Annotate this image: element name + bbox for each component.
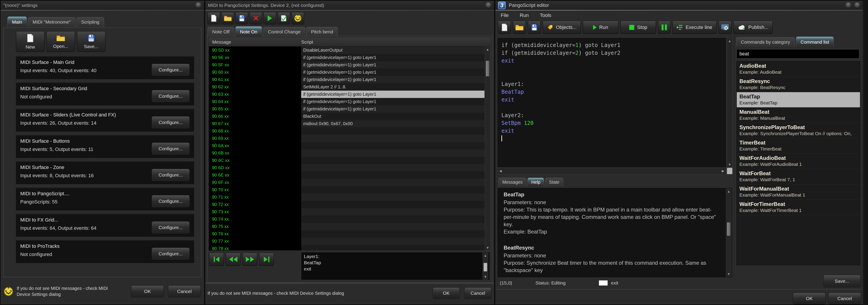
execute-line-button[interactable]: Execute line bbox=[673, 21, 716, 34]
table-row[interactable]: 90 75 xx bbox=[209, 223, 485, 230]
test-script-button[interactable] bbox=[278, 12, 290, 24]
publish-settings-button[interactable] bbox=[718, 21, 732, 34]
table-row[interactable]: 90 6E xx bbox=[209, 171, 485, 179]
left-window-control-button[interactable] bbox=[195, 2, 201, 8]
table-row[interactable]: 90 72 xx bbox=[209, 201, 485, 208]
tab-scripting[interactable]: Scripting bbox=[76, 17, 104, 27]
right-cancel-button[interactable]: Cancel bbox=[828, 293, 861, 304]
command-list-item[interactable]: WaitForAudioBeatExample: WaitForAudioBea… bbox=[737, 154, 860, 169]
right-window-help-button[interactable] bbox=[845, 2, 851, 8]
preview-scrollbar[interactable]: ▲ ▼ bbox=[483, 253, 488, 279]
objects-button[interactable]: Objects... bbox=[543, 21, 581, 34]
middle-window-control-button[interactable] bbox=[485, 2, 491, 8]
tab-control-change[interactable]: Control Change bbox=[263, 27, 305, 37]
configure-button[interactable]: Configure... bbox=[152, 64, 190, 76]
new-script-button[interactable] bbox=[208, 12, 220, 24]
editor-horizontal-scrollbar[interactable]: ◀ ▶ bbox=[498, 168, 726, 174]
table-row[interactable]: 90 66 xxBlackOut bbox=[209, 113, 485, 120]
scroll-up-icon[interactable]: ▲ bbox=[728, 39, 732, 43]
command-list-item[interactable]: WaitForManualBeatExample: WaitForManualB… bbox=[737, 184, 860, 200]
configure-button[interactable]: Configure... bbox=[152, 116, 190, 129]
save-button[interactable]: Save... bbox=[77, 31, 105, 52]
scroll-up-icon[interactable]: ▲ bbox=[486, 48, 489, 51]
table-row[interactable]: 90 60 xxif (getmididevicelayer=1) goto L… bbox=[209, 68, 485, 76]
delete-button[interactable]: ✕ bbox=[250, 12, 262, 24]
column-header-script[interactable]: Script bbox=[301, 39, 313, 45]
table-row[interactable]: 90 67 xxmidiout 0x90, 0x67, 0x00 bbox=[209, 120, 485, 127]
tab-note-off[interactable]: Note Off bbox=[208, 27, 234, 37]
help-scrollbar[interactable]: ▲ ▼ bbox=[726, 189, 732, 277]
table-scrollbar[interactable]: ▲ ▼ bbox=[485, 47, 491, 250]
scrollbar-thumb[interactable] bbox=[727, 222, 731, 236]
command-list-item[interactable]: WaitForTimerBeatExample: WaitForTimerBea… bbox=[737, 200, 860, 215]
tab-commands-by-category[interactable]: Commands by category bbox=[736, 37, 795, 47]
command-list-item[interactable]: BeatResyncExample: BeatResync bbox=[737, 77, 860, 92]
configure-button[interactable]: Configure... bbox=[152, 169, 190, 181]
scroll-right-icon[interactable]: ▶ bbox=[722, 169, 724, 173]
scroll-up-icon[interactable]: ▲ bbox=[484, 254, 487, 257]
table-row[interactable]: 90 6F xx bbox=[209, 179, 485, 186]
table-row[interactable]: 90 64 xxif (getmididevicelayer=1) goto L… bbox=[209, 98, 485, 105]
right-ok-button[interactable]: OK bbox=[793, 293, 826, 304]
scroll-left-icon[interactable]: ◀ bbox=[499, 169, 502, 173]
tab-command-list[interactable]: Command list bbox=[796, 36, 834, 47]
scrollbar-thumb[interactable] bbox=[486, 60, 490, 77]
pause-button[interactable] bbox=[658, 21, 671, 34]
first-record-button[interactable] bbox=[209, 253, 224, 266]
tab-pitch-bend[interactable]: Pitch bend bbox=[306, 27, 338, 37]
tab-help[interactable]: Help bbox=[527, 178, 544, 187]
save-button[interactable] bbox=[236, 12, 248, 24]
command-list-item[interactable]: TimerBeatExample: TimerBeat bbox=[737, 138, 860, 154]
table-row[interactable]: 90 6A xx bbox=[209, 142, 485, 149]
table-row[interactable]: 90 76 xx bbox=[209, 230, 485, 238]
table-row[interactable]: 90 5D xxDisableLaserOutput bbox=[209, 47, 485, 54]
configure-button[interactable]: Configure... bbox=[152, 142, 190, 155]
open-button[interactable] bbox=[222, 12, 234, 24]
right-window-close-button[interactable] bbox=[854, 2, 860, 8]
table-row[interactable]: 90 62 xxSetMidiLayer 2 // 1..8. bbox=[209, 83, 485, 91]
command-list-item[interactable]: SynchronizePlayerToBeatExample: Synchron… bbox=[737, 123, 860, 138]
table-row[interactable]: 90 6D xx bbox=[209, 164, 485, 171]
command-list-item[interactable]: BeatTapExample: BeatTap bbox=[737, 92, 860, 108]
scroll-down-icon[interactable]: ▼ bbox=[486, 246, 489, 250]
run-script-button[interactable] bbox=[264, 12, 276, 24]
midi-monitor-button[interactable] bbox=[291, 12, 304, 24]
save-script-button[interactable]: Save... bbox=[823, 275, 861, 287]
run-button[interactable]: Run bbox=[583, 21, 618, 34]
table-row[interactable]: 90 74 xx bbox=[209, 216, 485, 223]
configure-button[interactable]: Configure... bbox=[152, 195, 190, 207]
configure-button[interactable]: Configure... bbox=[152, 90, 190, 103]
editor-vertical-scrollbar[interactable]: ▲ ▼ bbox=[727, 38, 733, 167]
table-row[interactable]: 90 65 xxif (getmididevicelayer=1) goto L… bbox=[209, 105, 485, 113]
previous-record-button[interactable] bbox=[226, 253, 241, 266]
table-row[interactable]: 90 78 xx bbox=[209, 245, 485, 250]
table-row[interactable]: 90 5F xxif (getmididevicelayer=1) goto L… bbox=[209, 61, 485, 68]
scroll-down-icon[interactable]: ▼ bbox=[728, 163, 732, 166]
tab-state[interactable]: State bbox=[545, 178, 563, 187]
table-row[interactable]: 90 6C xx bbox=[209, 157, 485, 164]
menu-tools[interactable]: Tools bbox=[540, 12, 551, 18]
tab-midi-metronome[interactable]: MIDI "Metronome" bbox=[28, 17, 75, 27]
help-panel[interactable]: BeatTapParameters: nonePurpose: This is … bbox=[498, 188, 732, 277]
new-button[interactable]: New bbox=[16, 31, 44, 52]
publish-button[interactable]: Publish... bbox=[734, 21, 773, 34]
table-row[interactable]: 90 63 xxif (getmididevicelayer=1) goto L… bbox=[209, 91, 485, 98]
command-search-input[interactable] bbox=[737, 49, 859, 59]
command-list-item[interactable]: AudioBeatExample: AudioBeat bbox=[737, 61, 860, 77]
table-row[interactable]: 90 69 xx bbox=[209, 135, 485, 142]
scrollbar-thumb[interactable] bbox=[484, 263, 487, 272]
new-script-button[interactable] bbox=[498, 21, 511, 34]
scroll-up-icon[interactable]: ▲ bbox=[727, 190, 731, 193]
right-titlebar[interactable]: 3 PangoScript editor bbox=[495, 1, 863, 10]
script-preview[interactable]: Layer1:BeatTapexit Layer2: ▲ ▼ bbox=[301, 252, 490, 280]
configure-button[interactable]: Configure... bbox=[152, 221, 190, 234]
configure-button[interactable]: Configure... bbox=[152, 248, 190, 260]
tab-main[interactable]: Main bbox=[7, 17, 27, 27]
command-list-item[interactable]: WaitForBeatExample: WaitForBeat 7, 1 bbox=[737, 169, 860, 184]
middle-ok-button[interactable]: OK bbox=[433, 287, 460, 299]
scroll-down-icon[interactable]: ▼ bbox=[484, 275, 487, 278]
last-record-button[interactable] bbox=[259, 253, 274, 266]
table-row[interactable]: 90 70 xx bbox=[209, 186, 485, 193]
next-record-button[interactable] bbox=[243, 253, 257, 266]
table-row[interactable]: 90 6B xx bbox=[209, 149, 485, 157]
